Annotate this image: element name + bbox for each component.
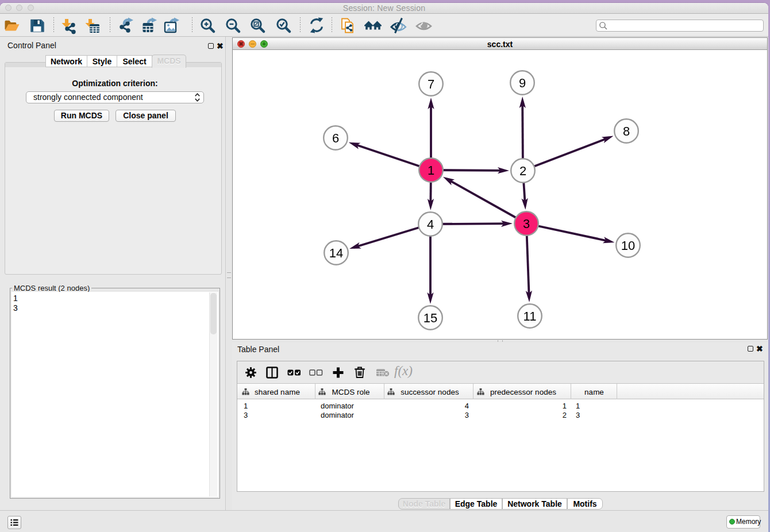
svg-text:6: 6 — [332, 131, 339, 145]
svg-text:4: 4 — [427, 217, 434, 232]
svg-text:10: 10 — [621, 238, 635, 253]
svg-text:7: 7 — [428, 77, 434, 91]
svg-text:2: 2 — [519, 164, 526, 178]
svg-text:14: 14 — [329, 246, 343, 260]
svg-text:15: 15 — [424, 311, 437, 325]
svg-text:3: 3 — [523, 217, 530, 231]
svg-text:8: 8 — [623, 124, 630, 138]
svg-text:1: 1 — [428, 163, 434, 178]
svg-text:11: 11 — [523, 309, 537, 323]
svg-text:9: 9 — [519, 76, 526, 90]
